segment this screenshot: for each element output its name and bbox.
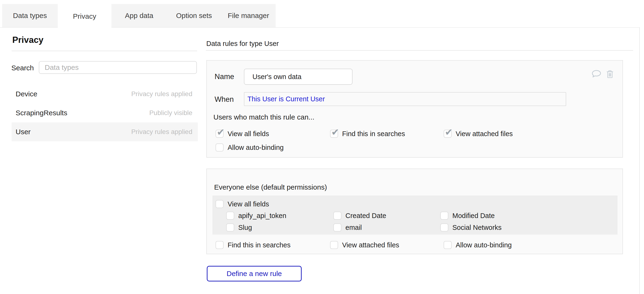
check-icon: ✔ (445, 127, 453, 137)
list-item-scrapingresults[interactable]: ScrapingResults Publicly visible (12, 103, 198, 122)
search-input[interactable] (39, 61, 197, 74)
tab-data-types[interactable]: Data types (2, 4, 58, 27)
rule-name-value: User's own data (252, 73, 302, 81)
checkbox[interactable]: ✔ (216, 200, 224, 208)
checkbox[interactable]: ✔ (444, 130, 452, 138)
field-label: Created Date (346, 212, 386, 220)
permission-view-all-fields[interactable]: ✔ View all fields (216, 129, 269, 138)
rule-subtitle: Users who match this rule can... (214, 113, 314, 121)
field-modified-date[interactable]: ✔ Modified Date (440, 211, 495, 220)
permission-label: View all fields (228, 200, 269, 208)
content-right-border (639, 27, 640, 294)
checkbox[interactable]: ✔ (226, 223, 234, 231)
checkbox[interactable]: ✔ (440, 223, 448, 231)
checkbox[interactable]: ✔ (216, 241, 224, 249)
permission-view-attached-files[interactable]: ✔ View attached files (444, 129, 513, 138)
field-created-date[interactable]: ✔ Created Date (333, 211, 386, 220)
default-view-all-fields[interactable]: ✔ View all fields (216, 199, 269, 209)
trash-icon (605, 69, 615, 80)
search-label: Search (11, 64, 34, 72)
default-find-in-searches[interactable]: ✔ Find this in searches (216, 240, 290, 250)
default-card-title: Everyone else (default permissions) (214, 183, 327, 191)
field-label: email (346, 224, 362, 231)
checkbox[interactable]: ✔ (440, 212, 448, 220)
when-condition-box[interactable]: This User is Current User (244, 92, 566, 106)
data-type-name: Device (16, 90, 38, 98)
permission-find-in-searches[interactable]: ✔ Find this in searches (330, 129, 405, 138)
checkbox[interactable]: ✔ (216, 130, 224, 138)
checkbox[interactable]: ✔ (216, 143, 224, 151)
field-label: Modified Date (452, 212, 495, 220)
data-type-name: ScrapingResults (16, 109, 67, 117)
status-badge: Privacy rules applied (131, 128, 192, 136)
checkbox[interactable]: ✔ (226, 212, 234, 220)
field-slug[interactable]: ✔ Slug (226, 223, 252, 232)
page-title: Privacy (12, 35, 44, 45)
define-new-rule-label: Define a new rule (227, 270, 282, 278)
permission-allow-auto-binding[interactable]: ✔ Allow auto-binding (216, 143, 284, 152)
permission-label: View attached files (456, 130, 513, 138)
default-permissions-card: Everyone else (default permissions) ✔ Vi… (206, 169, 623, 254)
sidebar-divider (12, 51, 197, 51)
delete-rule-button[interactable] (605, 69, 615, 80)
define-new-rule-button[interactable]: Define a new rule (207, 266, 302, 281)
field-apify-api-token[interactable]: ✔ apify_api_token (226, 211, 286, 220)
when-label: When (214, 95, 234, 104)
permission-label: Allow auto-binding (228, 144, 284, 151)
permission-label: Find this in searches (228, 241, 290, 249)
tab-file-manager[interactable]: File manager (221, 4, 276, 27)
tab-privacy[interactable]: Privacy (58, 4, 112, 29)
tab-option-sets[interactable]: Option sets (167, 4, 221, 27)
permission-label: View all fields (228, 130, 269, 138)
checkbox[interactable]: ✔ (333, 212, 342, 220)
checkbox[interactable]: ✔ (330, 130, 338, 138)
list-item-device[interactable]: Device Privacy rules applied (12, 85, 198, 103)
permission-label: Find this in searches (342, 130, 405, 138)
status-badge: Publicly visible (149, 109, 192, 117)
field-social-networks[interactable]: ✔ Social Networks (440, 223, 502, 232)
data-type-list: Device Privacy rules applied ScrapingRes… (12, 85, 198, 141)
default-view-attached-files[interactable]: ✔ View attached files (330, 240, 399, 250)
check-icon: ✔ (331, 127, 339, 137)
name-label: Name (214, 72, 234, 81)
comment-icon (591, 69, 602, 80)
data-type-name: User (16, 128, 30, 136)
permission-label: Allow auto-binding (456, 241, 512, 249)
list-item-user[interactable]: User Privacy rules applied (12, 122, 198, 141)
checkbox[interactable]: ✔ (444, 241, 452, 249)
field-label: Slug (238, 224, 252, 231)
default-allow-auto-binding[interactable]: ✔ Allow auto-binding (444, 240, 512, 250)
checkbox[interactable]: ✔ (330, 241, 338, 249)
fields-panel: ✔ View all fields ✔ apify_api_token ✔ Cr… (212, 195, 618, 235)
tab-bar: Data types Privacy App data Option sets … (2, 4, 276, 27)
field-label: apify_api_token (238, 212, 286, 220)
comment-button[interactable] (591, 69, 602, 80)
field-label: Social Networks (452, 224, 502, 231)
section-title: Data rules for type User (206, 40, 279, 48)
section-divider (206, 50, 633, 51)
check-icon: ✔ (217, 127, 225, 137)
permission-label: View attached files (342, 241, 399, 249)
tab-app-data[interactable]: App data (112, 4, 167, 27)
field-email[interactable]: ✔ email (333, 223, 362, 232)
rule-card: Name User's own data When This User is C… (206, 60, 623, 158)
checkbox[interactable]: ✔ (333, 223, 342, 231)
when-condition-link[interactable]: This User is Current User (248, 95, 325, 103)
status-badge: Privacy rules applied (131, 90, 192, 98)
rule-name-input[interactable]: User's own data (244, 69, 352, 85)
